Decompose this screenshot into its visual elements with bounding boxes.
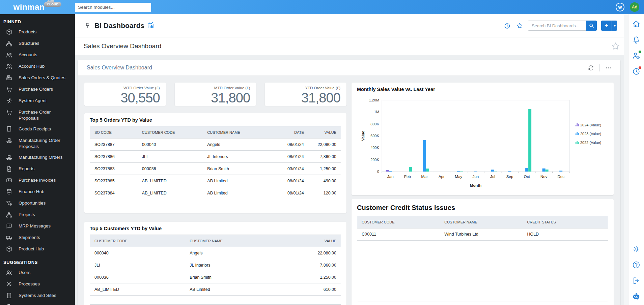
kpi-label: MTD Order Value (£) <box>181 86 250 90</box>
truck-icon <box>6 234 12 241</box>
column-header-value: VALUE <box>308 126 341 139</box>
sidebar-item-purchase-invoices[interactable]: Purchase Invoices <box>0 175 75 186</box>
sidebar-item-finance-hub[interactable]: Finance Hub <box>0 186 75 197</box>
cloud-logo-badge: CLOUD <box>44 2 62 7</box>
conveyor-icon <box>6 137 12 144</box>
sidebar-item-projects[interactable]: Projects <box>0 209 75 220</box>
monthly-sales-chart-card: Monthly Sales Value vs. Last Year 0200K4… <box>352 83 614 195</box>
conveyor-icon <box>6 154 12 161</box>
sidebar-item-shipments[interactable]: Shipments <box>0 232 75 243</box>
sidebar-item-sales-orders-quotes[interactable]: Sales Orders & Quotes <box>0 72 75 84</box>
table-row: SO237884AB_LIMITEDAB Limited08/01/24120.… <box>90 187 341 199</box>
sidebar-item-label: Prints <box>19 304 30 305</box>
app-root: winman CLOUD w Ad PINNEDProductsStructur… <box>0 0 644 305</box>
search-bi-dashboards-input[interactable] <box>528 21 586 31</box>
table-cell: 1,250.00 <box>308 163 341 175</box>
kpi-row: WTD Order Value (£)30,550MTD Order Value… <box>84 83 346 106</box>
building-icon <box>6 292 12 299</box>
table-cell: HOLD <box>523 228 608 240</box>
chart-bar-2022-value <box>409 167 412 172</box>
panel-menu-icon[interactable] <box>605 65 612 71</box>
notifications-bell-icon[interactable] <box>632 35 641 44</box>
x-axis-title: Month <box>470 183 481 187</box>
pin-module-button[interactable] <box>84 22 91 29</box>
user-status-icon[interactable] <box>632 51 641 60</box>
user-avatar[interactable]: Ad <box>630 2 639 12</box>
sidebar-item-accounts[interactable]: Accounts <box>0 49 75 61</box>
history-icon[interactable] <box>504 22 511 29</box>
sidebar-item-users[interactable]: Users <box>0 267 75 278</box>
favorites-star-icon[interactable] <box>516 22 523 29</box>
dashboard-panel-body: WTD Order Value (£)30,550MTD Order Value… <box>78 76 620 305</box>
workspace-badge[interactable]: w <box>616 3 624 11</box>
home-icon[interactable] <box>632 20 641 28</box>
sidebar-item-label: Manufacturing Order Proposals <box>19 137 72 149</box>
sidebar-item-mrp-messages[interactable]: MRP Messages <box>0 220 75 232</box>
add-dashboard-button[interactable]: + <box>601 21 612 31</box>
sidebar-item-manufacturing-orders[interactable]: Manufacturing Orders <box>0 152 75 163</box>
legend-item-2022-value[interactable]: 2022 (Value) <box>576 141 601 145</box>
sidebar-item-reports[interactable]: Reports <box>0 163 75 175</box>
help-icon[interactable] <box>632 261 641 269</box>
table-row: AB_LIMITEDAB Limited610.00 <box>90 283 341 296</box>
search-modules-input[interactable] <box>75 3 151 12</box>
sidebar-item-structures[interactable]: Structures <box>0 38 75 49</box>
sidebar-item-label: Users <box>19 269 30 276</box>
column-header-customer-name: CUSTOMER NAME <box>440 216 523 228</box>
sidebar-item-label: Product Hub <box>19 246 44 252</box>
sidebar-item-purchase-order-proposals[interactable]: Purchase Order Proposals <box>0 106 75 123</box>
search-button[interactable] <box>586 21 597 31</box>
runner-icon <box>6 97 12 104</box>
table-cell: 000036 <box>90 271 186 283</box>
settings-gear-icon[interactable] <box>632 245 641 253</box>
plot-area <box>382 100 569 172</box>
column-header-customer-code: CUSTOMER CODE <box>90 235 186 247</box>
people-icon <box>6 63 12 70</box>
assistant-bot-icon[interactable] <box>632 292 641 301</box>
sidebar-item-processes[interactable]: Processes <box>0 278 75 290</box>
table-cell: 000036 <box>138 163 203 175</box>
column-header-credit-status: CREDIT STATUS <box>523 216 608 228</box>
table-cell: 000040 <box>90 247 186 259</box>
chat-alert-icon <box>6 223 12 230</box>
panel-header-divider <box>599 64 600 71</box>
kpi-card-mtd-order-value: MTD Order Value (£)31,800 <box>175 83 256 106</box>
table-cell: 03/01/24 <box>276 163 308 175</box>
table-cell: Wind Turbines Ltd <box>440 228 523 240</box>
chart-title: Monthly Sales Value vs. Last Year <box>357 87 608 92</box>
sidebar-item-product-hub[interactable]: Product Hub <box>0 243 75 255</box>
page-title: BI Dashboards <box>94 22 144 30</box>
y-tick-label: 1M <box>374 110 379 114</box>
legend-item-2023-value[interactable]: 2023 (Value) <box>576 132 601 136</box>
sidebar-item-label: Processes <box>19 281 40 287</box>
svg-text:2024 (Value): 2024 (Value) <box>580 123 601 127</box>
chart-bar-2023-value <box>491 170 494 172</box>
chart-bar-2023-value <box>525 168 528 172</box>
recent-activity-clock-icon[interactable] <box>632 67 641 76</box>
sidebar-item-account-hub[interactable]: Account Hub <box>0 61 75 72</box>
invoice-icon <box>6 177 12 184</box>
sidebar-item-manufacturing-order-proposals[interactable]: Manufacturing Order Proposals <box>0 135 75 152</box>
sidebar-item-products[interactable]: Products <box>0 26 75 38</box>
right-rail <box>628 14 644 305</box>
sidebar-item-label: Purchase Orders <box>19 86 53 92</box>
sidebar-item-label: Shipments <box>19 234 40 241</box>
add-dropdown-caret[interactable] <box>612 21 617 31</box>
legend-item-2024-value[interactable]: 2024 (Value) <box>576 123 601 127</box>
favorite-dashboard-star-icon[interactable] <box>611 41 620 51</box>
refresh-icon[interactable] <box>588 65 594 71</box>
x-tick-label: Oct <box>524 175 530 179</box>
sidebar-item-goods-receipts[interactable]: Goods Receipts <box>0 123 75 135</box>
sidebar-item-system-agent[interactable]: System Agent <box>0 95 75 106</box>
sidebar-item-opportunities[interactable]: Opportunities <box>0 197 75 209</box>
vertical-scrollbar[interactable] <box>624 14 628 305</box>
table-header-row: CUSTOMER CODECUSTOMER NAMEVALUE <box>90 235 341 247</box>
table-cell: 120.00 <box>308 187 341 199</box>
logout-icon[interactable] <box>632 276 641 285</box>
logo-text: winman <box>13 2 45 12</box>
sidebar-item-purchase-orders[interactable]: Purchase Orders <box>0 84 75 95</box>
sidebar-item-prints[interactable]: Prints <box>0 301 75 305</box>
table-row: SO237885AB_LIMITEDAB Limited08/01/24490.… <box>90 175 341 187</box>
sidebar-item-systems-and-sites[interactable]: Systems and Sites <box>0 290 75 301</box>
table-cell: AB Limited <box>185 283 283 296</box>
